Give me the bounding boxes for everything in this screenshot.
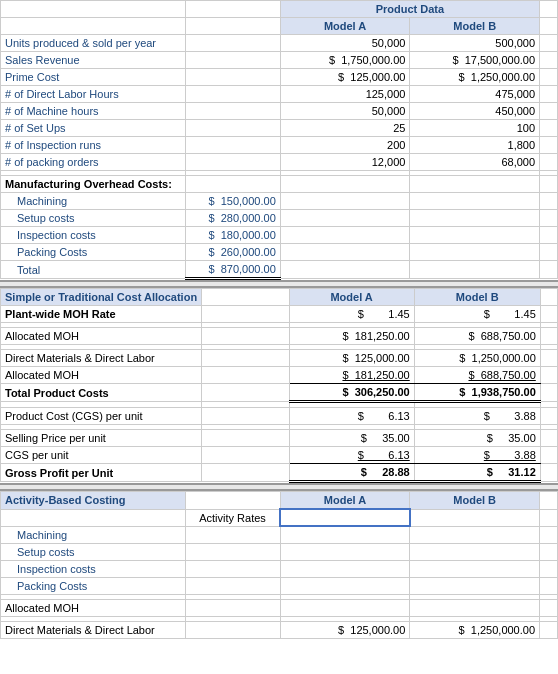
- row-b: $ 1,250,000.00: [414, 350, 540, 367]
- row-a: [280, 526, 410, 543]
- row-a: [280, 577, 410, 594]
- row-extra: [540, 367, 557, 384]
- row-b: 100: [410, 120, 540, 137]
- spacer-cell: [540, 210, 558, 227]
- row-a: 125,000: [280, 86, 410, 103]
- row-b: $ 3.88: [414, 408, 540, 425]
- row-sub: $ 180,000.00: [185, 227, 280, 244]
- row-label: Inspection costs: [1, 560, 186, 577]
- row-b: $ 35.00: [414, 430, 540, 447]
- abc-col-b: Model B: [410, 492, 540, 510]
- row-extra: [540, 103, 558, 120]
- empty-cell: [185, 492, 280, 510]
- row-sub: [202, 306, 289, 323]
- row-label: Inspection costs: [1, 227, 186, 244]
- row-sub: [202, 350, 289, 367]
- row-sub: $ 150,000.00: [185, 193, 280, 210]
- abc-table: Activity-Based Costing Model A Model B A…: [0, 491, 558, 639]
- row-extra: [540, 408, 557, 425]
- row-label: Packing Costs: [1, 244, 186, 261]
- row-sub: $ 870,000.00: [185, 261, 280, 279]
- empty-header-2: [185, 1, 280, 18]
- row-sub: $ 280,000.00: [185, 210, 280, 227]
- row-extra: [540, 447, 557, 464]
- row-extra: [540, 577, 558, 594]
- row-sub: [202, 464, 289, 482]
- row-sub: [202, 328, 289, 345]
- row-sub: [202, 384, 289, 402]
- table-row: Inspection costs: [1, 560, 558, 577]
- table-row: Machining: [1, 526, 558, 543]
- table-row: # of Inspection runs 200 1,800: [1, 137, 558, 154]
- row-b: $ 3.88: [414, 447, 540, 464]
- row-a: $ 181,250.00: [289, 367, 414, 384]
- spacer-cell: [410, 176, 540, 193]
- table-row: Inspection costs $ 180,000.00: [1, 227, 558, 244]
- table-row: # of Set Ups 25 100: [1, 120, 558, 137]
- row-sub: [185, 120, 280, 137]
- product-data-table: Product Data Model A Model B Units produ…: [0, 0, 558, 280]
- row-label: CGS per unit: [1, 447, 202, 464]
- main-container: Product Data Model A Model B Units produ…: [0, 0, 558, 639]
- activity-rates-label: Activity Rates: [185, 509, 280, 526]
- row-a: $ 125,000.00: [289, 350, 414, 367]
- row-b: $ 1,938,750.00: [414, 384, 540, 402]
- table-row: Direct Materials & Direct Labor $ 125,00…: [1, 350, 558, 367]
- row-b: [410, 599, 540, 616]
- spacer-cell: [540, 193, 558, 210]
- row-b: [410, 577, 540, 594]
- row-a: 12,000: [280, 154, 410, 171]
- section-divider-2: [0, 483, 558, 491]
- row-label: Allocated MOH: [1, 328, 202, 345]
- table-row: Setup costs $ 280,000.00: [1, 210, 558, 227]
- table-row: # of Direct Labor Hours 125,000 475,000: [1, 86, 558, 103]
- row-label: # of Direct Labor Hours: [1, 86, 186, 103]
- spacer-cell: [280, 193, 410, 210]
- row-b: 68,000: [410, 154, 540, 171]
- spacer-cell: [410, 193, 540, 210]
- spacer-cell: [410, 244, 540, 261]
- row-b: $ 1,250,000.00: [410, 621, 540, 638]
- table-row: Direct Materials & Direct Labor $ 125,00…: [1, 621, 558, 638]
- table-row: Packing Costs: [1, 577, 558, 594]
- product-data-header: Product Data: [280, 1, 539, 18]
- row-label: Machining: [1, 526, 186, 543]
- model-a-input-cell[interactable]: [280, 509, 410, 526]
- row-sub: [185, 543, 280, 560]
- row-extra: [540, 560, 558, 577]
- table-row: Prime Cost $ 125,000.00 $ 1,250,000.00: [1, 69, 558, 86]
- abc-header: Activity-Based Costing: [1, 492, 186, 510]
- row-sub: [185, 86, 280, 103]
- spacer-cell: [540, 176, 558, 193]
- row-extra: [540, 328, 557, 345]
- row-a: $ 1,750,000.00: [280, 52, 410, 69]
- row-label: # of Inspection runs: [1, 137, 186, 154]
- row-label: # of packing orders: [1, 154, 186, 171]
- row-sub: [185, 621, 280, 638]
- row-label: Units produced & sold per year: [1, 35, 186, 52]
- row-a: $ 28.88: [289, 464, 414, 482]
- row-sub: [185, 577, 280, 594]
- table-row: # of packing orders 12,000 68,000: [1, 154, 558, 171]
- row-b: $ 31.12: [414, 464, 540, 482]
- simple-alloc-table: Simple or Traditional Cost Allocation Mo…: [0, 288, 558, 483]
- simple-col-b: Model B: [414, 289, 540, 306]
- spacer-cell: [280, 176, 410, 193]
- col-label-header: [1, 18, 186, 35]
- row-sub: [185, 69, 280, 86]
- row-a: $ 125,000.00: [280, 69, 410, 86]
- table-row: Gross Profit per Unit $ 28.88 $ 31.12: [1, 464, 558, 482]
- spacer-cell: [280, 244, 410, 261]
- row-extra: [540, 384, 557, 402]
- row-extra: [540, 306, 557, 323]
- row-label: Selling Price per unit: [1, 430, 202, 447]
- row-sub: [185, 103, 280, 120]
- row-b: $ 1.45: [414, 306, 540, 323]
- section-divider-1: [0, 280, 558, 288]
- row-extra: [540, 543, 558, 560]
- table-row: Plant-wide MOH Rate $ 1.45 $ 1.45: [1, 306, 558, 323]
- row-label: Setup costs: [1, 210, 186, 227]
- empty-cell: [1, 509, 186, 526]
- row-b: 1,800: [410, 137, 540, 154]
- spacer-cell: [410, 227, 540, 244]
